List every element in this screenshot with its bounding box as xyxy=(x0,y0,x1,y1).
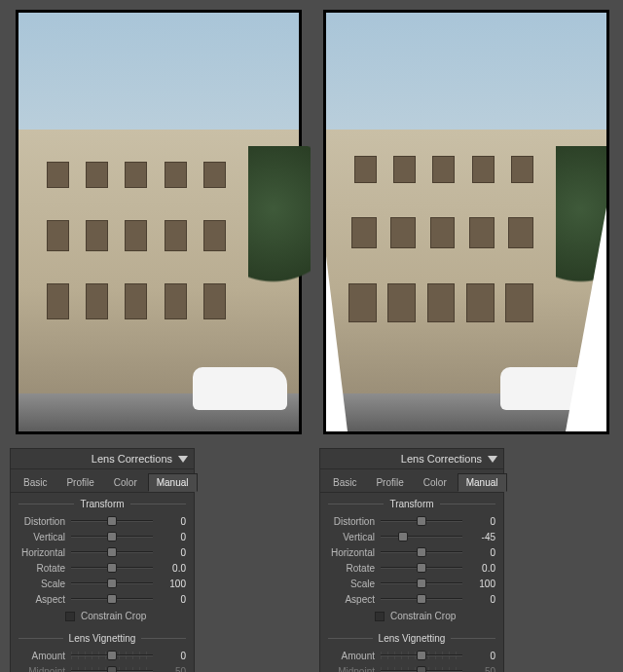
panel-tabs: Basic Profile Color Manual xyxy=(11,469,194,493)
label-vertical: Vertical xyxy=(328,532,375,542)
slider-amount[interactable] xyxy=(381,649,462,662)
slider-aspect[interactable] xyxy=(71,592,153,606)
panel-collapse-icon[interactable] xyxy=(178,456,188,463)
value-amount[interactable]: 0 xyxy=(159,651,186,661)
label-constrain-crop: Constrain Crop xyxy=(81,611,146,621)
value-midpoint: 50 xyxy=(159,666,186,673)
tab-color[interactable]: Color xyxy=(415,473,456,492)
label-horizontal: Horizontal xyxy=(18,547,65,558)
label-amount: Amount xyxy=(328,651,375,661)
panel-collapse-icon[interactable] xyxy=(488,456,497,463)
panel-tabs: Basic Profile Color Manual xyxy=(320,469,503,493)
tab-manual[interactable]: Manual xyxy=(458,473,507,492)
value-rotate[interactable]: 0.0 xyxy=(159,563,186,574)
section-transform: Transform xyxy=(11,493,194,513)
label-aspect: Aspect xyxy=(18,594,65,605)
value-horizontal[interactable]: 0 xyxy=(468,547,495,558)
value-vertical[interactable]: -45 xyxy=(468,532,495,542)
value-horizontal[interactable]: 0 xyxy=(159,547,186,558)
section-vignetting: Lens Vignetting xyxy=(320,627,503,648)
label-rotate: Rotate xyxy=(328,563,375,574)
label-rotate: Rotate xyxy=(18,563,65,574)
label-distortion: Distortion xyxy=(18,516,65,527)
label-distortion: Distortion xyxy=(328,516,375,527)
preview-right xyxy=(323,10,609,434)
slider-rotate[interactable] xyxy=(71,561,153,575)
value-aspect[interactable]: 0 xyxy=(159,594,186,605)
preview-left xyxy=(16,10,302,434)
slider-distortion[interactable] xyxy=(381,514,462,528)
checkbox-constrain-crop[interactable] xyxy=(65,612,75,621)
panel-title: Lens Corrections xyxy=(92,453,172,465)
section-vignetting: Lens Vignetting xyxy=(11,627,194,648)
slider-horizontal[interactable] xyxy=(71,545,153,559)
slider-horizontal[interactable] xyxy=(381,545,462,559)
checkbox-constrain-crop[interactable] xyxy=(375,612,385,621)
value-scale[interactable]: 100 xyxy=(159,579,186,589)
label-midpoint: Midpoint xyxy=(328,666,375,673)
tab-profile[interactable]: Profile xyxy=(57,473,102,492)
slider-rotate[interactable] xyxy=(381,561,462,575)
value-amount[interactable]: 0 xyxy=(468,651,495,661)
lens-corrections-panel-left: Lens Corrections Basic Profile Color Man… xyxy=(10,448,195,672)
slider-vertical[interactable] xyxy=(71,530,153,543)
tab-basic[interactable]: Basic xyxy=(324,473,365,492)
panel-title: Lens Corrections xyxy=(401,453,482,465)
label-constrain-crop: Constrain Crop xyxy=(390,611,456,621)
value-distortion[interactable]: 0 xyxy=(468,516,495,527)
label-vertical: Vertical xyxy=(18,532,65,542)
value-aspect[interactable]: 0 xyxy=(468,594,495,605)
label-horizontal: Horizontal xyxy=(328,547,375,558)
label-amount: Amount xyxy=(18,651,65,661)
value-rotate[interactable]: 0.0 xyxy=(468,563,495,574)
tab-profile[interactable]: Profile xyxy=(367,473,412,492)
value-midpoint: 50 xyxy=(468,666,495,673)
slider-aspect[interactable] xyxy=(381,592,462,606)
slider-midpoint xyxy=(381,664,462,672)
slider-vertical[interactable] xyxy=(381,530,462,543)
value-scale[interactable]: 100 xyxy=(468,579,495,589)
tab-color[interactable]: Color xyxy=(105,473,146,492)
tab-manual[interactable]: Manual xyxy=(148,473,198,492)
slider-scale[interactable] xyxy=(71,577,153,590)
slider-distortion[interactable] xyxy=(71,514,153,528)
section-transform: Transform xyxy=(320,493,503,513)
value-vertical[interactable]: 0 xyxy=(159,532,186,542)
lens-corrections-panel-right: Lens Corrections Basic Profile Color Man… xyxy=(319,448,504,672)
tab-basic[interactable]: Basic xyxy=(15,473,55,492)
label-scale: Scale xyxy=(18,579,65,589)
slider-scale[interactable] xyxy=(381,577,462,590)
slider-midpoint xyxy=(71,664,153,672)
label-midpoint: Midpoint xyxy=(18,666,65,673)
label-scale: Scale xyxy=(328,579,375,589)
slider-amount[interactable] xyxy=(71,649,153,662)
label-aspect: Aspect xyxy=(328,594,375,605)
value-distortion[interactable]: 0 xyxy=(159,516,186,527)
